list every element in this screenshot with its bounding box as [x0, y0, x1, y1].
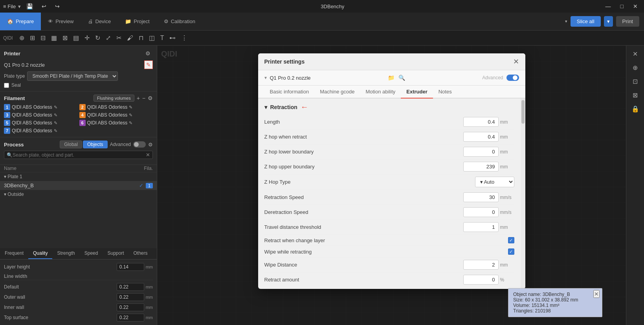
printer-search-button[interactable]: 🔍 — [397, 73, 406, 82]
wipe-distance-input[interactable] — [463, 260, 499, 270]
retract-change-layer-checkbox[interactable]: ✓ — [508, 237, 514, 243]
modal-tab-gcode[interactable]: Machine gcode — [314, 86, 360, 99]
printer-folder-button[interactable]: 📁 — [387, 73, 396, 82]
scale-button[interactable]: ⤢ — [103, 33, 113, 43]
filament-edit-5[interactable]: ✎ — [54, 121, 57, 126]
search-input[interactable] — [13, 152, 146, 158]
filament-edit-1[interactable]: ✎ — [54, 105, 57, 110]
add-object-button[interactable]: ⊕ — [17, 33, 27, 43]
redo-button[interactable]: ↪ — [52, 2, 63, 10]
minimize-button[interactable]: — — [602, 2, 614, 10]
info-box-close-button[interactable]: ✕ — [593, 290, 600, 298]
tab-prepare[interactable]: 🏠 Prepare — [0, 13, 41, 30]
split-button[interactable]: ⊠ — [60, 33, 70, 43]
slice-all-button[interactable]: Slice all — [571, 16, 601, 27]
deretraction-speed-input[interactable] — [463, 207, 499, 217]
default-input[interactable] — [117, 283, 144, 291]
maximize-button[interactable]: □ — [617, 2, 627, 10]
plate-type-select[interactable]: Smooth PEI Plate / High Temp Plate — [27, 71, 118, 81]
printer-settings-button[interactable]: ⚙ — [143, 49, 153, 58]
print-button[interactable]: Print — [616, 16, 639, 27]
view-2d-button[interactable]: ▦ — [49, 33, 59, 43]
retract-change-layer-row: Retract when change layer ✓ — [264, 235, 514, 246]
tab-quality[interactable]: Quality — [28, 248, 52, 259]
tab-calibration[interactable]: ⚙ Calibration — [157, 13, 202, 30]
right-close-button[interactable]: ✕ — [630, 48, 640, 60]
filament-edit-3[interactable]: ✎ — [54, 113, 57, 118]
save-button[interactable]: 💾 — [23, 2, 36, 10]
tab-project[interactable]: 📁 Project — [118, 13, 156, 30]
process-settings-button[interactable]: ⚙ — [148, 142, 153, 148]
filament-edit-4[interactable]: ✎ — [129, 113, 132, 118]
canvas-area[interactable]: QIDI Printer settings ✕ ▾ Q1 Pro 0.2 noz… — [157, 46, 626, 325]
filament-edit-6[interactable]: ✎ — [129, 121, 132, 126]
object-item[interactable]: 3DBenchy_B ✓ 1 — [0, 181, 157, 190]
mesh-button[interactable]: ◫ — [147, 33, 157, 43]
grid-button[interactable]: ⊞ — [28, 33, 37, 43]
printer-edit-button[interactable]: ✎ — [144, 60, 153, 69]
add-filament-button[interactable]: + — [137, 95, 140, 101]
flushing-volumes-button[interactable]: Flushing volumes — [94, 95, 134, 102]
paint-button[interactable]: 🖌 — [125, 33, 136, 43]
more-button[interactable]: ⋮ — [179, 33, 190, 43]
tab-speed[interactable]: Speed — [80, 248, 103, 259]
auto-arrange-button[interactable]: ⊟ — [38, 33, 48, 43]
slice-view-button[interactable]: ▤ — [71, 33, 81, 43]
objects-toggle-button[interactable]: Objects — [83, 141, 108, 148]
seal-checkbox[interactable] — [4, 83, 9, 88]
outer-wall-value-wrap: mm — [117, 293, 153, 301]
menu-file[interactable]: ≡ File — [3, 4, 16, 9]
filament-settings-button[interactable]: ⚙ — [148, 95, 153, 101]
right-view-button[interactable]: ⊡ — [630, 75, 640, 88]
remove-filament-button[interactable]: − — [142, 95, 145, 101]
modal-close-button[interactable]: ✕ — [513, 57, 519, 66]
modal-tab-basic[interactable]: Basic information — [264, 86, 315, 99]
modal-tab-notes[interactable]: Notes — [433, 86, 457, 99]
modal-scrollbar[interactable] — [521, 99, 525, 289]
filament-edit-7[interactable]: ✎ — [54, 128, 57, 133]
tab-preview[interactable]: 👁 Preview — [41, 13, 81, 30]
tab-device[interactable]: 🖨 Device — [81, 13, 118, 30]
right-zoom-button[interactable]: ⊕ — [630, 62, 640, 74]
text-button[interactable]: T — [158, 33, 167, 43]
measure-button[interactable]: ⊷ — [167, 33, 178, 43]
inner-wall-input[interactable] — [117, 303, 144, 311]
tab-support[interactable]: Support — [103, 248, 128, 259]
z-hop-retract-input[interactable] — [463, 132, 499, 142]
global-toggle-button[interactable]: Global — [60, 141, 82, 148]
right-fit-button[interactable]: ⊠ — [630, 89, 640, 101]
dropdown-icon[interactable]: ▾ — [18, 4, 21, 9]
travel-threshold-input[interactable] — [463, 222, 499, 232]
slice-dropdown-button[interactable]: ▾ — [604, 16, 613, 27]
layer-height-input[interactable] — [117, 263, 144, 271]
cut-button[interactable]: ✂ — [114, 33, 124, 43]
modal-tab-motion[interactable]: Motion ability — [360, 86, 401, 99]
tab-strength[interactable]: Strength — [52, 248, 79, 259]
outer-wall-input[interactable] — [117, 293, 144, 301]
modal-advanced-switch[interactable] — [506, 75, 519, 81]
top-surface-input[interactable] — [117, 314, 144, 321]
z-hop-lower-input[interactable] — [463, 147, 499, 157]
move-button[interactable]: ✛ — [82, 33, 92, 43]
retraction-length-input[interactable] — [463, 117, 499, 127]
z-hop-type-select[interactable]: ▾ Auto — [475, 177, 514, 187]
undo-button[interactable]: ↩ — [39, 2, 50, 10]
retract-amount-input[interactable] — [463, 275, 499, 285]
printer-row: Q1 Pro 0.2 nozzle ✎ — [4, 60, 153, 69]
right-lock-button[interactable]: 🔒 — [629, 103, 642, 115]
modal-scrollable[interactable]: ▾ Retraction ← Length mm — [258, 99, 521, 289]
rotate-button[interactable]: ↻ — [93, 33, 103, 43]
close-button[interactable]: ✕ — [630, 2, 641, 10]
advanced-switch[interactable] — [133, 141, 146, 148]
search-clear-button[interactable]: ✕ — [146, 152, 150, 158]
tab-others[interactable]: Others — [129, 248, 152, 259]
wipe-retracting-checkbox[interactable]: ✓ — [508, 248, 514, 255]
support-button[interactable]: ⊓ — [136, 33, 146, 43]
retraction-speed-input[interactable] — [463, 192, 499, 202]
filament-section: Filament Flushing volumes + − ⚙ 1 QIDI A… — [0, 91, 157, 137]
filament-edit-2[interactable]: ✎ — [129, 105, 132, 110]
z-hop-upper-input[interactable] — [463, 162, 499, 172]
tab-frequent[interactable]: Frequent — [0, 248, 28, 259]
modal-tab-extruder[interactable]: Extruder — [401, 86, 433, 99]
top-surface-label: Top surface — [4, 315, 28, 320]
